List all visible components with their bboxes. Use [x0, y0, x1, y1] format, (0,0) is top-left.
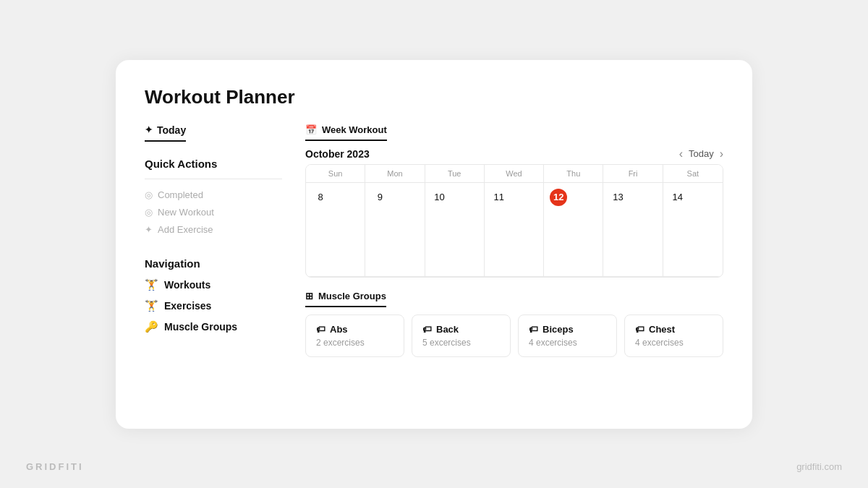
- muscle-card-biceps[interactable]: 🏷 Biceps 4 excercises: [518, 314, 617, 357]
- chest-icon: 🏷: [635, 324, 644, 335]
- divider-1: [145, 179, 282, 179]
- quick-actions-title: Quick Actions: [145, 158, 282, 170]
- biceps-count: 4 excercises: [529, 338, 606, 348]
- navigation-title: Navigation: [145, 257, 282, 270]
- add-exercise-icon: ✦: [145, 224, 153, 235]
- day-label-sun: Sun: [306, 165, 365, 182]
- muscle-card-chest[interactable]: 🏷 Chest 4 excercises: [624, 314, 723, 357]
- calendar-days-header: Sun Mon Tue Wed Thu Fri Sat: [306, 165, 723, 183]
- muscle-groups-tab-label: Muscle Groups: [318, 291, 386, 301]
- muscle-card-abs[interactable]: 🏷 Abs 2 excercises: [305, 314, 404, 357]
- calendar-cell-8[interactable]: 8: [306, 183, 365, 277]
- day-label-wed: Wed: [485, 165, 544, 182]
- calendar-cell-12[interactable]: 12: [544, 183, 603, 277]
- calendar-cell-14[interactable]: 14: [663, 183, 723, 277]
- main-layout: ✦ Today Quick Actions ◎ Completed ◎ New …: [145, 124, 723, 407]
- date-8: 8: [312, 189, 329, 206]
- left-panel: ✦ Today Quick Actions ◎ Completed ◎ New …: [145, 124, 282, 407]
- completed-icon: ◎: [145, 189, 153, 200]
- muscle-groups-tab-icon: ⊞: [305, 291, 313, 301]
- today-tab-label: Today: [157, 124, 186, 136]
- app-title: Workout Planner: [145, 86, 723, 108]
- new-workout-label: New Workout: [158, 207, 214, 218]
- new-workout-icon: ◎: [145, 207, 153, 218]
- biceps-name: Biceps: [542, 324, 574, 335]
- date-10: 10: [431, 189, 448, 206]
- workouts-label: Workouts: [164, 279, 210, 291]
- calendar-grid: Sun Mon Tue Wed Thu Fri Sat 8 9: [305, 164, 723, 278]
- completed-label: Completed: [158, 189, 203, 200]
- main-card: Workout Planner ✦ Today Quick Actions ◎ …: [116, 60, 752, 429]
- week-workout-tab-icon: 📅: [305, 124, 317, 135]
- muscle-groups-tab[interactable]: ⊞ Muscle Groups: [305, 291, 386, 307]
- exercises-label: Exercises: [164, 300, 211, 312]
- calendar-header: October 2023 ‹ Today ›: [305, 148, 723, 160]
- muscle-card-back[interactable]: 🏷 Back 5 excercises: [412, 314, 511, 357]
- day-label-thu: Thu: [544, 165, 603, 182]
- date-12-today: 12: [550, 189, 567, 206]
- muscle-groups-section: ⊞ Muscle Groups 🏷 Abs 2 excercises 🏷: [305, 291, 723, 357]
- chest-name: Chest: [649, 324, 675, 335]
- day-label-fri: Fri: [603, 165, 663, 182]
- muscle-card-abs-title: 🏷 Abs: [316, 324, 393, 335]
- week-workout-tab[interactable]: 📅 Week Workout: [305, 124, 387, 141]
- add-exercise-label: Add Exercise: [158, 224, 213, 235]
- quick-action-completed[interactable]: ◎ Completed: [145, 189, 282, 200]
- prev-week-button[interactable]: ‹: [679, 148, 683, 160]
- calendar-nav: ‹ Today ›: [679, 148, 723, 160]
- calendar-cell-9[interactable]: 9: [365, 183, 425, 277]
- quick-action-new-workout[interactable]: ◎ New Workout: [145, 207, 282, 218]
- calendar-cell-10[interactable]: 10: [425, 183, 485, 277]
- date-11: 11: [490, 189, 508, 206]
- calendar-cell-13[interactable]: 13: [603, 183, 663, 277]
- abs-count: 2 excercises: [316, 338, 393, 348]
- day-label-tue: Tue: [425, 165, 485, 182]
- muscle-grid: 🏷 Abs 2 excercises 🏷 Back 5 excercises: [305, 314, 723, 357]
- chest-count: 4 excercises: [635, 338, 712, 348]
- navigation-section: Navigation 🏋 Workouts 🏋 Exercises 🔑 Musc…: [145, 257, 282, 341]
- nav-workouts[interactable]: 🏋 Workouts: [145, 278, 282, 291]
- date-13: 13: [609, 189, 626, 206]
- today-button[interactable]: Today: [689, 148, 714, 159]
- today-tab[interactable]: ✦ Today: [145, 124, 186, 142]
- abs-name: Abs: [330, 324, 348, 335]
- next-week-button[interactable]: ›: [720, 148, 723, 160]
- nav-muscle-groups[interactable]: 🔑 Muscle Groups: [145, 320, 282, 333]
- date-14: 14: [669, 189, 686, 206]
- footer: GRIDFITI gridfiti.com: [0, 461, 868, 472]
- quick-actions-section: Quick Actions ◎ Completed ◎ New Workout …: [145, 158, 282, 241]
- muscle-card-biceps-title: 🏷 Biceps: [529, 324, 606, 335]
- workouts-icon: 🏋: [145, 278, 158, 291]
- muscle-groups-label: Muscle Groups: [164, 321, 237, 333]
- biceps-icon: 🏷: [529, 324, 538, 335]
- day-label-sat: Sat: [663, 165, 723, 182]
- footer-brand: GRIDFITI: [26, 461, 84, 472]
- exercises-icon: 🏋: [145, 299, 158, 312]
- back-count: 5 excercises: [422, 338, 500, 348]
- abs-icon: 🏷: [316, 324, 326, 335]
- quick-action-add-exercise[interactable]: ✦ Add Exercise: [145, 224, 282, 235]
- footer-url: gridfiti.com: [796, 461, 842, 472]
- today-tab-icon: ✦: [145, 124, 153, 135]
- calendar-month: October 2023: [305, 148, 370, 160]
- week-workout-section: 📅 Week Workout October 2023 ‹ Today › Su…: [305, 124, 723, 278]
- muscle-card-chest-title: 🏷 Chest: [635, 324, 712, 335]
- muscle-card-back-title: 🏷 Back: [422, 324, 500, 335]
- nav-exercises[interactable]: 🏋 Exercises: [145, 299, 282, 312]
- back-name: Back: [436, 324, 459, 335]
- week-workout-tab-label: Week Workout: [322, 124, 387, 135]
- date-9: 9: [371, 189, 388, 206]
- calendar-cell-11[interactable]: 11: [485, 183, 544, 277]
- day-label-mon: Mon: [365, 165, 425, 182]
- muscle-groups-nav-icon: 🔑: [145, 320, 158, 333]
- calendar-cells: 8 9 10 11 12: [306, 183, 723, 277]
- right-panel: 📅 Week Workout October 2023 ‹ Today › Su…: [305, 124, 723, 407]
- back-icon: 🏷: [422, 324, 432, 335]
